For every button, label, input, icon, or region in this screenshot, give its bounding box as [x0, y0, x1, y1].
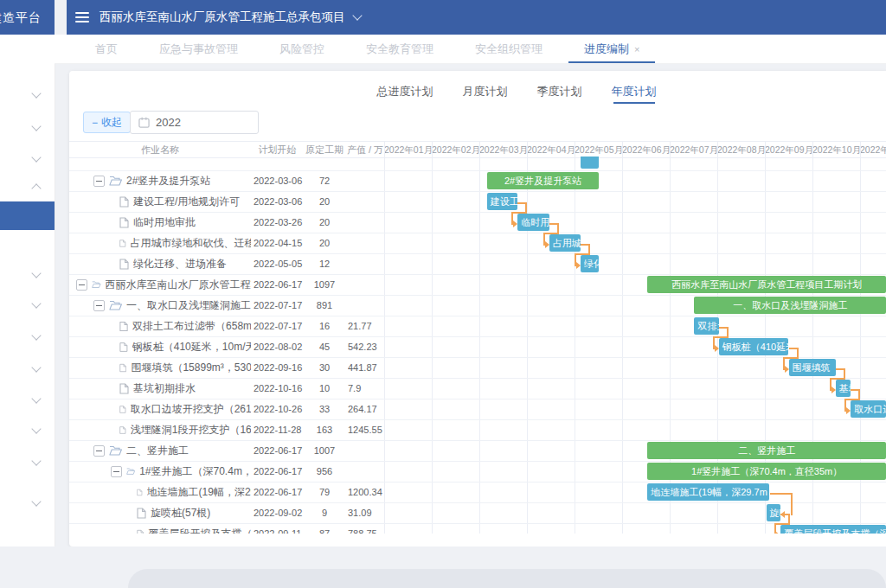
duration-cell: 10: [299, 378, 350, 399]
table-row[interactable]: 浅埋隧洞1段开挖支护（162.5m，1m/2022-11-281631245.5…: [69, 419, 886, 441]
sidebar-item[interactable]: [33, 118, 40, 133]
table-row[interactable]: 覆盖层段开挖及支撑（深20.82022-09-1187788.75: [69, 523, 886, 534]
folder-icon: [92, 279, 101, 290]
nav-tab[interactable]: 风险管控: [259, 35, 345, 63]
connector-line: [549, 223, 557, 225]
duration-cell: 30: [299, 357, 350, 378]
connector-arrow-icon: [715, 345, 719, 352]
gantt-bar[interactable]: 旋喷桩(57根): [767, 504, 781, 521]
nav-tab[interactable]: 安全教育管理: [345, 35, 454, 63]
nav-tab[interactable]: 应急与事故管理: [138, 35, 259, 63]
task-name-cell: 临时用地审批: [119, 212, 251, 233]
gantt-bar[interactable]: 地连墙施工(19幅，深29.7m，平均入2: [647, 483, 769, 501]
duration-cell: 79: [299, 482, 350, 502]
table-row[interactable]: 绿化迁移、进场准备2022-05-0512: [69, 253, 886, 275]
task-name-cell: 浅埋隧洞1段开挖支护（162.5m，1m/: [119, 419, 251, 440]
gantt-bar[interactable]: 1#竖井施工（深70.4m，直径35m）: [647, 463, 886, 480]
table-row[interactable]: 2#竖井及提升泵站2022-03-0672: [69, 170, 886, 192]
gantt-bar[interactable]: 建设工程/用地规划许可: [487, 193, 517, 210]
table-row[interactable]: [69, 157, 886, 171]
table-row[interactable]: 围堰填筑（15899m³，530m³/天）2022-09-1630441.87: [69, 357, 886, 379]
task-name-cell: 一、取水口及浅埋隧洞施工: [93, 295, 251, 316]
connector-line: [836, 368, 844, 370]
gantt-bar[interactable]: 二、竖井施工: [647, 442, 886, 459]
calendar-icon: [138, 117, 150, 128]
duration-cell: 87: [299, 523, 350, 534]
connector-line: [774, 523, 790, 525]
file-icon: [119, 217, 129, 228]
gantt-bar[interactable]: 基坑初期排水: [836, 380, 851, 397]
close-icon[interactable]: ×: [634, 44, 639, 54]
table-row[interactable]: 双排土工布过滤带（658m）2022-07-171621.77: [69, 316, 886, 337]
sidebar-item[interactable]: [33, 85, 40, 100]
sidebar-item[interactable]: [33, 295, 40, 310]
sidebar-item-active[interactable]: [0, 201, 55, 230]
start-date-cell: 2022-09-11: [254, 523, 305, 534]
gantt-bar[interactable]: 覆盖层段开挖及支撑（深20.8: [780, 525, 886, 534]
gantt-bar[interactable]: 临时用地审批: [517, 214, 549, 231]
sidebar-item[interactable]: [33, 452, 40, 468]
gantt-bar[interactable]: 取水口边坡开挖支护（26153m³，800: [851, 400, 886, 418]
sidebar-item[interactable]: [33, 265, 40, 280]
plan-tab[interactable]: 年度计划: [612, 80, 657, 104]
task-name-cell: 双排土工布过滤带（658m）: [119, 316, 251, 336]
collapse-toggle-icon[interactable]: [93, 445, 105, 457]
collapse-toggle-icon[interactable]: [76, 279, 87, 291]
sidebar-item[interactable]: [33, 493, 40, 508]
collapse-toggle-icon[interactable]: [93, 300, 105, 311]
table-row[interactable]: 占用城市绿地和砍伐、迁移城市树木审2022-04-1520: [69, 233, 886, 254]
gantt-bar[interactable]: 双排土工布过滤带（658m）: [694, 317, 718, 335]
sidebar-item[interactable]: [33, 390, 40, 406]
folder-icon: [109, 300, 122, 310]
chevron-down-icon: [31, 152, 41, 162]
table-row[interactable]: 建设工程/用地规划许可2022-03-0620: [69, 191, 886, 213]
sidebar: [0, 35, 55, 588]
gantt-bar[interactable]: [581, 157, 599, 169]
gantt-bar[interactable]: 占用城市绿地和砍伐、迁移城市树木审: [549, 234, 581, 252]
nav-tab[interactable]: 安全组织管理: [454, 35, 563, 63]
chevron-down-icon[interactable]: [352, 10, 362, 20]
nav-tab[interactable]: 进度编制×: [563, 35, 660, 63]
file-icon: [119, 425, 126, 436]
year-picker-input[interactable]: 2022: [130, 111, 259, 134]
plan-tab[interactable]: 月度计划: [463, 80, 508, 104]
gantt-bar[interactable]: 围堰填筑（15899m³，530m³/天）: [789, 359, 836, 376]
sidebar-item[interactable]: [33, 359, 40, 374]
folder-icon: [126, 466, 135, 476]
file-icon: [119, 383, 129, 394]
collapse-button[interactable]: −收起: [83, 112, 131, 133]
task-name-cell: 围堰填筑（15899m³，530m³/天）: [119, 357, 251, 378]
table-row[interactable]: 旋喷桩(57根)2022-09-02931.09: [69, 502, 886, 524]
plan-tab[interactable]: 季度计划: [537, 80, 582, 104]
sidebar-item[interactable]: [33, 420, 40, 436]
nav-tab[interactable]: 首页: [74, 35, 138, 63]
connector-line: [770, 493, 791, 495]
project-title: 西丽水库至南山水厂原水管工程施工总承包项目: [100, 10, 345, 25]
sidebar-item[interactable]: [33, 149, 40, 164]
collapse-toggle-icon[interactable]: [111, 466, 122, 477]
file-icon: [119, 342, 128, 353]
gantt-bar[interactable]: 绿化迁移、进场准备: [581, 255, 599, 272]
hamburger-menu-icon[interactable]: [75, 10, 89, 25]
gantt-bar[interactable]: 钢板桩（410延米，10m/天）: [719, 338, 789, 355]
sidebar-item[interactable]: [33, 180, 40, 195]
sidebar-item[interactable]: [33, 327, 40, 342]
chevron-down-icon: [31, 496, 41, 506]
chevron-down-icon: [31, 456, 41, 465]
file-icon: [137, 487, 143, 498]
duration-cell: 33: [299, 399, 350, 419]
table-row[interactable]: 基坑初期排水2022-10-16107.9: [69, 378, 886, 399]
gantt-bar[interactable]: 一、取水口及浅埋隧洞施工: [694, 297, 886, 314]
plan-tab[interactable]: 总进度计划: [377, 80, 433, 104]
duration-cell: 20: [299, 212, 350, 233]
connector-line: [783, 357, 799, 359]
gantt-bar[interactable]: 2#竖井及提升泵站: [487, 172, 600, 189]
table-row[interactable]: 取水口边坡开挖支护（26153m³，8002022-10-2633264.17: [69, 399, 886, 420]
duration-cell: 20: [299, 233, 350, 253]
collapse-toggle-icon[interactable]: [93, 176, 105, 187]
task-name-cell: 钢板桩（410延米，10m/天）: [119, 336, 251, 357]
chevron-up-icon: [31, 183, 41, 193]
connector-arrow-icon: [545, 241, 549, 248]
table-row[interactable]: 临时用地审批2022-03-2620: [69, 212, 886, 233]
gantt-bar[interactable]: 西丽水库至南山水厂原水管工程项目工期计划: [647, 276, 886, 293]
